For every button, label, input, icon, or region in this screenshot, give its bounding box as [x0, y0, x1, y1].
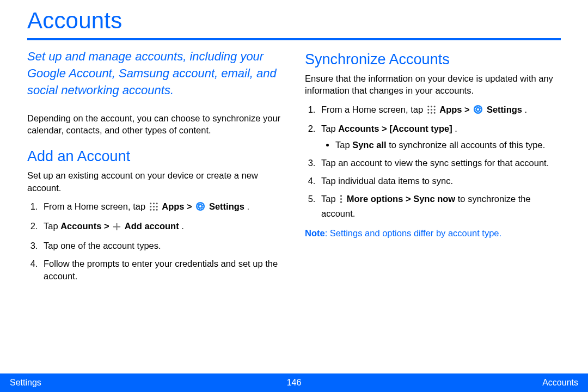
note: Note: Settings and options differ by acc…	[305, 228, 561, 238]
settings-gear-icon	[195, 201, 205, 215]
step-text: .	[525, 105, 528, 114]
svg-point-8	[156, 209, 157, 210]
step-bold: Accounts >	[60, 221, 112, 231]
svg-point-15	[427, 109, 429, 111]
sync-lead: Ensure that the information on your devi…	[305, 72, 561, 97]
add-account-heading: Add an Account	[27, 148, 283, 165]
svg-point-25	[340, 198, 342, 200]
svg-point-23	[477, 108, 479, 111]
left-column: Set up and manage accounts, including yo…	[27, 48, 283, 288]
step-text: Tap	[321, 124, 338, 133]
step-text: Tap	[335, 140, 352, 150]
svg-point-13	[431, 106, 432, 107]
svg-point-7	[153, 209, 155, 210]
svg-point-11	[199, 205, 201, 207]
svg-point-20	[433, 112, 435, 113]
step-text: Tap	[321, 194, 338, 204]
svg-point-26	[340, 201, 342, 203]
apps-grid-icon	[149, 202, 158, 215]
plus-icon	[113, 222, 121, 235]
step-bold: Apps >	[162, 201, 194, 211]
intro-paragraph: Depending on the account, you can choose…	[27, 112, 283, 137]
title-rule	[27, 38, 561, 40]
step-bold: Accounts > [Account type]	[338, 124, 452, 133]
step-item: From a Home screen, tap Apps > Settings …	[40, 200, 283, 215]
page-title: Accounts	[27, 0, 561, 38]
add-account-steps: From a Home screen, tap Apps > Settings …	[27, 200, 283, 284]
step-item: Tap Accounts > Add account .	[40, 220, 283, 235]
sync-heading: Synchronize Accounts	[305, 51, 561, 68]
step-bold: Add account	[125, 221, 179, 231]
svg-point-17	[433, 109, 435, 111]
svg-point-16	[431, 109, 432, 111]
more-vert-icon	[339, 194, 343, 207]
step-item: Tap More options > Sync now to synchroni…	[318, 193, 561, 220]
footer-right: Accounts	[542, 378, 578, 388]
sub-bullets: Tap Sync all to synchronize all accounts…	[321, 139, 561, 152]
svg-point-2	[156, 203, 157, 204]
right-column: Synchronize Accounts Ensure that the inf…	[305, 48, 561, 288]
note-body: : Settings and options differ by account…	[325, 228, 501, 238]
step-item: Tap Accounts > [Account type] . Tap Sync…	[318, 122, 561, 152]
sync-steps: From a Home screen, tap Apps > Settings …	[305, 103, 561, 220]
step-bold: Settings	[487, 105, 522, 114]
step-text: From a Home screen, tap	[321, 105, 426, 114]
step-text: Tap	[44, 221, 60, 231]
svg-point-24	[340, 195, 342, 197]
step-item: Tap one of the account types.	[40, 240, 283, 253]
manual-page: Accounts Set up and manage accounts, inc…	[0, 0, 588, 392]
page-footer: Settings 146 Accounts	[0, 373, 588, 392]
svg-point-19	[431, 112, 432, 113]
svg-point-4	[153, 206, 155, 207]
apps-grid-icon	[427, 105, 436, 118]
step-bold: Apps >	[439, 105, 472, 114]
step-text: .	[247, 201, 250, 211]
step-item: From a Home screen, tap Apps > Settings …	[318, 103, 561, 118]
step-item: Tap an account to view the sync settings…	[318, 157, 561, 170]
footer-left: Settings	[10, 378, 41, 388]
bullet-item: Tap Sync all to synchronize all accounts…	[335, 139, 561, 152]
note-label: Note	[305, 228, 325, 238]
step-text: to synchronize all accounts of this type…	[389, 140, 545, 150]
footer-page-number: 146	[287, 378, 302, 388]
svg-point-14	[433, 106, 435, 107]
svg-point-0	[150, 203, 151, 204]
step-bold: More options > Sync now	[347, 194, 455, 204]
step-item: Tap individual data items to sync.	[318, 175, 561, 188]
svg-point-1	[153, 203, 155, 204]
settings-gear-icon	[473, 105, 483, 118]
step-bold: Settings	[209, 201, 244, 211]
svg-point-3	[150, 206, 151, 207]
step-text: .	[455, 124, 457, 133]
intro-text: Set up and manage accounts, including yo…	[27, 48, 283, 99]
svg-point-18	[427, 112, 429, 113]
svg-point-6	[150, 209, 151, 210]
step-text: From a Home screen, tap	[44, 201, 148, 211]
step-bold: Sync all	[352, 140, 386, 150]
step-item: Follow the prompts to enter your credent…	[40, 258, 283, 284]
add-account-lead: Set up an existing account on your devic…	[27, 169, 283, 194]
svg-point-5	[156, 206, 157, 207]
content-columns: Set up and manage accounts, including yo…	[27, 48, 561, 288]
step-text: .	[181, 221, 184, 231]
svg-point-12	[427, 106, 429, 107]
